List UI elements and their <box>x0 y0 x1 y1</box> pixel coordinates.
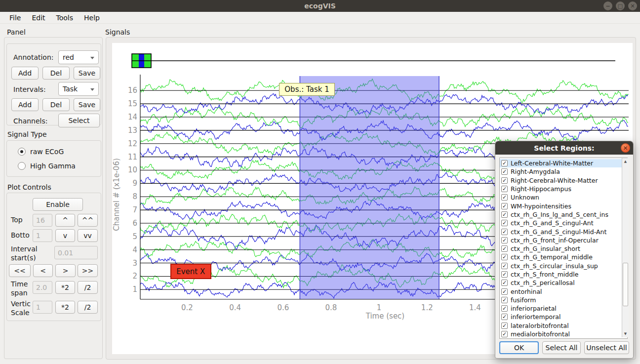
vertical-scale-half-button[interactable]: /2 <box>78 301 98 314</box>
minimize-icon[interactable]: − <box>603 1 612 10</box>
annotation-button[interactable]: Add <box>11 67 39 80</box>
checkbox-icon[interactable]: ✓ <box>501 229 508 235</box>
checkbox-icon[interactable]: ✓ <box>501 297 508 303</box>
svg-text:11: 11 <box>128 153 137 162</box>
intervals-combo[interactable]: Task <box>58 82 99 96</box>
region-row[interactable]: ✓ Right-Cerebral-White-Matter <box>500 176 627 185</box>
checkbox-icon[interactable]: ✓ <box>501 263 508 269</box>
channels-select-button[interactable]: Select <box>58 114 100 127</box>
maximize-icon[interactable]: □ <box>616 1 625 10</box>
region-label: ctx_rh_S_circular_insula_sup <box>511 262 598 270</box>
checkbox-icon[interactable]: ✓ <box>501 160 508 166</box>
checkbox-icon[interactable]: ✓ <box>501 211 508 218</box>
checkbox-icon[interactable]: ✓ <box>501 314 508 320</box>
region-row[interactable]: ✓ Right-Amygdala <box>500 167 627 176</box>
time-span-input[interactable]: 2.0 <box>33 281 52 294</box>
interval-start-input[interactable]: 0.01 <box>54 246 98 259</box>
region-row[interactable]: ✓ ctx_rh_G_front_inf-Opercular <box>500 236 627 244</box>
region-row[interactable]: ✓ Left-Cerebral-White-Matter <box>500 159 627 167</box>
channel-down-button[interactable]: v <box>55 229 75 242</box>
checkbox-icon[interactable]: ✓ <box>501 280 508 286</box>
region-row[interactable]: ✓ ctx_rh_S_pericallosal <box>500 279 627 287</box>
region-row[interactable]: ✓ ctx_rh_G_and_S_cingul-Mid-Ant <box>500 227 627 236</box>
annotation-combo[interactable]: red <box>58 50 99 64</box>
intervals-button[interactable]: Save <box>74 98 100 111</box>
dialog-header[interactable]: Select Regions: ✕ <box>495 141 633 155</box>
checkbox-icon[interactable]: ✓ <box>501 194 508 201</box>
time-nav-button[interactable]: < <box>33 264 53 277</box>
ok-button[interactable]: OK <box>499 341 539 354</box>
checkbox-icon[interactable]: ✓ <box>501 220 508 226</box>
region-row[interactable]: ✓ entorhinal <box>500 287 627 295</box>
channel-down-fast-button[interactable]: vv <box>78 229 98 242</box>
signal-type-radio[interactable]: High Gamma <box>18 162 76 170</box>
select-all-button[interactable]: Select All <box>542 341 581 354</box>
checkbox-icon[interactable]: ✓ <box>501 305 508 312</box>
svg-text:1.4: 1.4 <box>469 303 481 312</box>
region-row[interactable]: ✓ ctx_rh_S_circular_insula_sup <box>500 262 627 270</box>
region-row[interactable]: ✓ lateralorbitofrontal <box>500 322 627 330</box>
region-label: medialorbitofrontal <box>511 330 570 338</box>
checkbox-icon[interactable]: ✓ <box>501 271 508 278</box>
region-list-scrollbar[interactable]: ▲ ▼ <box>622 158 629 337</box>
region-label: ctx_rh_G_temporal_middle <box>511 253 593 261</box>
scrollbar-thumb[interactable] <box>623 263 628 306</box>
menu-item[interactable]: Edit <box>26 13 50 23</box>
menu-item[interactable]: Tools <box>51 13 79 23</box>
checkbox-icon[interactable]: ✓ <box>501 237 508 243</box>
vertical-scale-input[interactable]: 1 <box>33 301 52 314</box>
region-row[interactable]: ✓ ctx_rh_G_temporal_middle <box>500 253 627 261</box>
checkbox-icon[interactable]: ✓ <box>501 245 508 252</box>
region-row[interactable]: ✓ ctx_rh_G_insular_short <box>500 244 627 253</box>
region-row[interactable]: ✓ fusiform <box>500 296 627 304</box>
region-row[interactable]: ✓ inferiorparietal <box>500 304 627 313</box>
svg-text:3: 3 <box>132 259 137 268</box>
region-row[interactable]: ✓ Right-Hippocampus <box>500 185 627 193</box>
top-input[interactable]: 16 <box>33 214 52 227</box>
region-row[interactable]: ✓ WM-hypointensities <box>500 202 627 210</box>
channel-up-fast-button[interactable]: ^^ <box>78 214 98 227</box>
checkbox-icon[interactable]: ✓ <box>501 186 508 192</box>
bottom-input[interactable]: 1 <box>33 229 52 242</box>
scroll-down-icon[interactable]: ▼ <box>622 330 629 337</box>
checkbox-icon[interactable]: ✓ <box>501 203 508 209</box>
time-span-half-button[interactable]: /2 <box>78 281 98 294</box>
event-annotation[interactable]: Event X <box>170 264 211 279</box>
intervals-button[interactable]: Add <box>11 98 39 111</box>
enable-button[interactable]: Enable <box>33 198 83 211</box>
checkbox-icon[interactable]: ✓ <box>501 177 508 184</box>
unselect-all-button[interactable]: Unselect All <box>584 341 629 354</box>
region-row[interactable]: ✓ ctx_rh_G_and_S_cingul-Ant <box>500 219 627 227</box>
dialog-close-icon[interactable]: ✕ <box>621 143 630 153</box>
scroll-up-icon[interactable]: ▲ <box>622 158 629 165</box>
region-row[interactable]: ✓ Unknown <box>500 193 627 202</box>
menu-item[interactable]: Help <box>79 13 105 23</box>
annotation-button[interactable]: Save <box>74 67 100 80</box>
top-label: Top <box>11 216 23 225</box>
menu-item[interactable]: File <box>4 13 26 23</box>
region-row[interactable]: ✓ ctx_rh_G_Ins_lg_and_S_cent_ins <box>500 210 627 219</box>
time-nav-button[interactable]: > <box>55 264 76 277</box>
region-row[interactable]: ✓ medialorbitofrontal <box>500 330 627 338</box>
time-nav-button[interactable]: << <box>9 264 31 277</box>
signal-type-radio[interactable]: raw ECoG <box>18 148 64 156</box>
checkbox-icon[interactable]: ✓ <box>501 254 508 260</box>
checkbox-icon[interactable]: ✓ <box>501 288 508 295</box>
channel-up-button[interactable]: ^ <box>55 214 75 227</box>
region-row[interactable]: ✓ inferiortemporal <box>500 313 627 321</box>
close-icon[interactable]: ✕ <box>628 1 637 10</box>
annotation-button[interactable]: Del <box>42 67 70 80</box>
region-row[interactable]: ✓ ctx_rh_S_front_middle <box>500 270 627 279</box>
vertical-scale-double-button[interactable]: *2 <box>55 301 75 314</box>
checkbox-icon[interactable]: ✓ <box>501 323 508 329</box>
time-span-double-button[interactable]: *2 <box>55 281 75 294</box>
region-label: lateralorbitofrontal <box>511 322 569 329</box>
checkbox-icon[interactable]: ✓ <box>501 331 508 337</box>
region-label: ctx_rh_G_front_inf-Opercular <box>511 237 599 244</box>
intervals-button[interactable]: Del <box>42 98 70 111</box>
time-nav-button[interactable]: >> <box>78 264 98 277</box>
region-list: ✓ Left-Cerebral-White-Matter ✓ Right-Amy… <box>499 158 628 339</box>
region-label: Left-Cerebral-White-Matter <box>511 160 593 167</box>
checkbox-icon[interactable]: ✓ <box>501 168 508 175</box>
control-panel: Annotation: red AddDelSave Intervals: Ta… <box>4 37 103 359</box>
